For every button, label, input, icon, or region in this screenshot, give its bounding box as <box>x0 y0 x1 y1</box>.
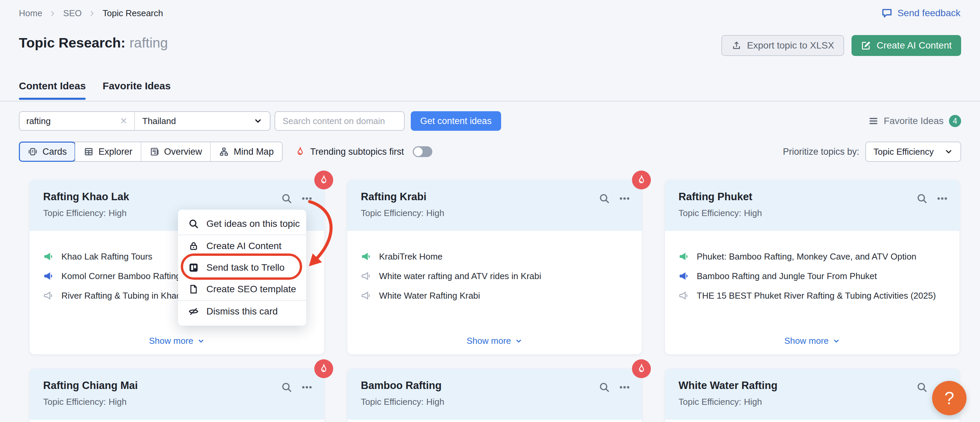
keyword-input[interactable] <box>26 116 117 126</box>
card-efficiency: Topic Efficiency:High <box>679 208 946 219</box>
favorite-ideas-link[interactable]: Favorite Ideas 4 <box>869 115 961 127</box>
tab-favorite-ideas[interactable]: Favorite Ideas <box>102 80 171 100</box>
breadcrumb-current: Topic Research <box>102 8 163 19</box>
show-more-label: Show more <box>149 336 194 346</box>
menu-item-create-ai-content[interactable]: Create AI Content <box>178 235 306 257</box>
card-tools <box>598 193 630 204</box>
idea-text: Bamboo Rafting and Jungle Tour From Phuk… <box>697 271 877 281</box>
card-more-icon[interactable] <box>301 193 313 204</box>
card-title: Rafting Phuket <box>679 191 946 203</box>
efficiency-label: Topic Efficiency: <box>43 208 106 219</box>
card-context-menu: Get ideas on this topic Create AI Conten… <box>178 209 306 325</box>
card-tools <box>281 382 313 393</box>
view-overview[interactable]: Overview <box>141 142 210 161</box>
menu-item-label: Create SEO template <box>207 284 296 295</box>
chevron-right-icon <box>49 10 56 17</box>
menu-item-create-seo-template[interactable]: Create SEO template <box>178 278 306 300</box>
chevron-down-icon <box>197 337 205 345</box>
card-search-icon[interactable] <box>916 382 928 393</box>
megaphone-icon <box>361 271 372 281</box>
keyword-field-wrap: ✕ <box>19 112 134 130</box>
topic-card-bamboo-rafting: Bamboo Rafting Topic Efficiency:High <box>347 369 642 422</box>
megaphone-icon <box>43 251 54 262</box>
search-group: ✕ Thailand <box>19 111 270 131</box>
breadcrumb-seo[interactable]: SEO <box>63 8 82 19</box>
create-ai-content-button[interactable]: Create AI Content <box>851 35 961 56</box>
menu-item-label: Send task to Trello <box>207 262 285 273</box>
card-more-icon[interactable] <box>301 382 313 393</box>
trending-flame-badge <box>632 171 651 189</box>
card-efficiency: Topic Efficiency:High <box>361 208 628 219</box>
prioritize-value: Topic Efficiency <box>873 147 934 157</box>
help-button[interactable]: ? <box>932 381 967 415</box>
card-search-icon[interactable] <box>598 382 610 393</box>
domain-search-input[interactable] <box>277 116 402 126</box>
card-body: Phuket: Bamboo Rafting, Monkey Cave, and… <box>665 231 959 354</box>
card-search-icon[interactable] <box>598 193 610 204</box>
filter-row: ✕ Thailand Get content ideas Favorite Id… <box>19 111 961 131</box>
card-body <box>30 420 324 422</box>
topic-card-rafting-krabi: Rafting Krabi Topic Efficiency:High Krab… <box>347 180 642 354</box>
card-body <box>347 420 642 422</box>
card-search-icon[interactable] <box>281 382 293 393</box>
card-title: Rafting Khao Lak <box>43 191 310 203</box>
efficiency-value: High <box>744 208 762 219</box>
megaphone-icon <box>43 271 54 281</box>
country-select[interactable]: Thailand <box>134 112 270 130</box>
breadcrumb: Home SEO Topic Research <box>19 8 163 19</box>
idea-headline[interactable]: Phuket: Bamboo Rafting, Monkey Cave, and… <box>679 251 946 262</box>
efficiency-value: High <box>426 208 444 219</box>
view-explorer-label: Explorer <box>99 147 132 157</box>
idea-headline[interactable]: White water rafting and ATV rides in Kra… <box>361 271 628 281</box>
idea-headline[interactable]: Bamboo Rafting and Jungle Tour From Phuk… <box>679 271 946 281</box>
show-more-link[interactable]: Show more <box>347 336 642 346</box>
idea-headline[interactable]: White Water Rafting Krabi <box>361 290 628 301</box>
megaphone-icon <box>679 251 689 262</box>
card-search-icon[interactable] <box>281 193 293 204</box>
tabs: Content Ideas Favorite Ideas <box>19 80 171 100</box>
card-search-icon[interactable] <box>916 193 928 204</box>
document-icon <box>188 284 199 295</box>
prioritize-label: Prioritize topics by: <box>783 147 859 157</box>
menu-item-send-task-to-trello[interactable]: Send task to Trello <box>178 257 306 278</box>
search-icon <box>188 219 199 229</box>
flame-icon <box>636 175 647 186</box>
efficiency-value: High <box>744 397 762 407</box>
view-explorer[interactable]: Explorer <box>75 142 141 161</box>
send-feedback-link[interactable]: Send feedback <box>881 8 961 19</box>
page-title: Topic Research:rafting <box>19 35 168 51</box>
card-header: Rafting Krabi Topic Efficiency:High <box>347 180 642 231</box>
chevron-down-icon <box>833 337 840 345</box>
header-actions: Export topic to XLSX Create AI Content <box>721 35 961 56</box>
menu-item-label: Dismiss this card <box>207 306 278 317</box>
card-more-icon[interactable] <box>937 193 948 204</box>
breadcrumb-home[interactable]: Home <box>19 8 42 19</box>
explorer-table-icon <box>84 147 94 157</box>
show-more-link[interactable]: Show more <box>30 336 324 346</box>
show-more-link[interactable]: Show more <box>665 336 959 346</box>
tab-content-ideas[interactable]: Content Ideas <box>19 80 86 100</box>
card-more-icon[interactable] <box>619 382 630 393</box>
idea-text: KrabiTrek Home <box>379 251 442 262</box>
view-cards[interactable]: Cards <box>19 142 75 161</box>
view-mind-map[interactable]: Mind Map <box>210 142 282 161</box>
card-tools <box>281 193 313 204</box>
idea-headline[interactable]: THE 15 BEST Phuket River Rafting & Tubin… <box>679 290 946 301</box>
domain-search-wrap <box>275 111 405 131</box>
menu-item-get-ideas[interactable]: Get ideas on this topic <box>178 213 306 235</box>
prioritize-select[interactable]: Topic Efficiency <box>865 141 961 162</box>
pencil-square-icon <box>861 40 871 51</box>
card-title: Bamboo Rafting <box>361 379 628 392</box>
idea-headline[interactable]: KrabiTrek Home <box>361 251 628 262</box>
megaphone-icon <box>43 290 54 301</box>
get-content-ideas-button[interactable]: Get content ideas <box>411 111 501 131</box>
menu-item-dismiss-card[interactable]: Dismiss this card <box>178 301 306 322</box>
export-xlsx-button[interactable]: Export topic to XLSX <box>721 35 844 56</box>
list-icon <box>869 116 878 126</box>
trending-toggle[interactable] <box>413 146 432 157</box>
flame-icon <box>318 363 329 374</box>
idea-text: White water rafting and ATV rides in Kra… <box>379 271 541 281</box>
cards-view-icon <box>28 147 38 157</box>
card-more-icon[interactable] <box>619 193 630 204</box>
clear-keyword-icon[interactable]: ✕ <box>117 116 127 126</box>
